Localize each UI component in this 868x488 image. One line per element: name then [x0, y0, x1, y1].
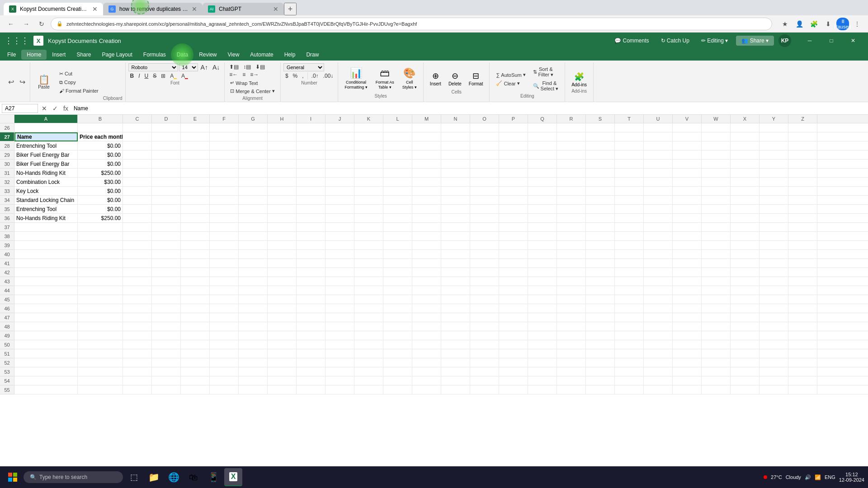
cell-H44[interactable]	[268, 286, 297, 295]
cell-Y46[interactable]	[760, 304, 788, 313]
cell-W49[interactable]	[702, 331, 731, 340]
border-button[interactable]: ⊞	[159, 72, 167, 80]
cell-U32[interactable]	[644, 178, 673, 187]
cell-V39[interactable]	[673, 241, 702, 250]
cell-G47[interactable]	[239, 313, 268, 322]
cell-T35[interactable]	[615, 205, 644, 214]
format-button[interactable]: ⊟ Format	[466, 70, 486, 88]
cell-C40[interactable]	[123, 250, 152, 259]
cell-H30[interactable]	[268, 160, 297, 169]
cell-T28[interactable]	[615, 141, 644, 150]
cell-K38[interactable]	[354, 232, 383, 241]
format-as-table-button[interactable]: 🗃 Format AsTable ▾	[373, 66, 397, 92]
cell-Q36[interactable]	[528, 214, 557, 223]
merge-center-button[interactable]: ⊡ Merge & Center ▾	[227, 87, 278, 95]
cell-U49[interactable]	[644, 331, 673, 340]
cell-V48[interactable]	[673, 322, 702, 331]
cell-R27[interactable]	[557, 132, 586, 141]
cell-V49[interactable]	[673, 331, 702, 340]
cell-J38[interactable]	[326, 232, 354, 241]
cell-V38[interactable]	[673, 232, 702, 241]
cell-B43[interactable]	[78, 277, 123, 286]
cell-M26[interactable]	[412, 123, 441, 132]
cell-M49[interactable]	[412, 331, 441, 340]
cell-N53[interactable]	[441, 367, 470, 376]
cell-A32[interactable]: Combination Lock	[14, 178, 78, 187]
cell-J54[interactable]	[326, 376, 354, 385]
row-number-35[interactable]: 35	[0, 205, 14, 214]
cell-H42[interactable]	[268, 268, 297, 277]
cell-D41[interactable]	[152, 259, 181, 268]
col-header-I[interactable]: I	[297, 115, 326, 123]
cell-A40[interactable]	[14, 250, 78, 259]
cell-C41[interactable]	[123, 259, 152, 268]
cell-T48[interactable]	[615, 322, 644, 331]
cell-G38[interactable]	[239, 232, 268, 241]
cell-N39[interactable]	[441, 241, 470, 250]
cell-N54[interactable]	[441, 376, 470, 385]
cell-R53[interactable]	[557, 367, 586, 376]
cell-K54[interactable]	[354, 376, 383, 385]
cell-L28[interactable]	[383, 141, 412, 150]
cell-R47[interactable]	[557, 313, 586, 322]
cell-O39[interactable]	[470, 241, 499, 250]
cell-T51[interactable]	[615, 349, 644, 358]
cell-P43[interactable]	[499, 277, 528, 286]
underline-button[interactable]: U	[143, 72, 151, 80]
col-header-G[interactable]: G	[239, 115, 268, 123]
menu-page-layout[interactable]: Page Layout	[96, 50, 137, 60]
cell-Z30[interactable]	[788, 160, 817, 169]
cell-U52[interactable]	[644, 358, 673, 367]
cell-Y51[interactable]	[760, 349, 788, 358]
col-header-L[interactable]: L	[383, 115, 412, 123]
extensions-button[interactable]: 🧩	[807, 18, 820, 30]
cell-X46[interactable]	[731, 304, 760, 313]
cell-A55[interactable]	[14, 385, 78, 394]
cell-B54[interactable]	[78, 376, 123, 385]
cell-I46[interactable]	[297, 304, 326, 313]
col-header-S[interactable]: S	[586, 115, 615, 123]
menu-review[interactable]: Review	[193, 50, 222, 60]
cell-E27[interactable]	[181, 132, 210, 141]
cell-J53[interactable]	[326, 367, 354, 376]
cell-S52[interactable]	[586, 358, 615, 367]
cell-S33[interactable]	[586, 187, 615, 196]
cell-O26[interactable]	[470, 123, 499, 132]
cell-Q29[interactable]	[528, 150, 557, 160]
cell-N42[interactable]	[441, 268, 470, 277]
cell-I51[interactable]	[297, 349, 326, 358]
cell-V37[interactable]	[673, 223, 702, 232]
cell-S45[interactable]	[586, 295, 615, 304]
cell-L48[interactable]	[383, 322, 412, 331]
cell-A34[interactable]: Standard Locking Chain	[14, 196, 78, 205]
cell-R54[interactable]	[557, 376, 586, 385]
system-clock[interactable]: 15:12 12-09-2024	[839, 472, 864, 483]
cell-I45[interactable]	[297, 295, 326, 304]
cell-D26[interactable]	[152, 123, 181, 132]
cell-D30[interactable]	[152, 160, 181, 169]
cell-Z27[interactable]	[788, 132, 817, 141]
row-number-30[interactable]: 30	[0, 160, 14, 169]
cell-D36[interactable]	[152, 214, 181, 223]
wrap-text-button[interactable]: ↵ Wrap Text	[227, 79, 260, 87]
cell-P41[interactable]	[499, 259, 528, 268]
cell-M29[interactable]	[412, 150, 441, 160]
cell-A53[interactable]	[14, 367, 78, 376]
tab-close-google[interactable]: ✕	[192, 5, 197, 13]
cell-X37[interactable]	[731, 223, 760, 232]
cell-B42[interactable]	[78, 268, 123, 277]
cell-N55[interactable]	[441, 385, 470, 394]
cell-U29[interactable]	[644, 150, 673, 160]
row-number-26[interactable]: 26	[0, 123, 14, 132]
cell-F34[interactable]	[210, 196, 239, 205]
cell-N35[interactable]	[441, 205, 470, 214]
cell-H31[interactable]	[268, 169, 297, 178]
cell-G55[interactable]	[239, 385, 268, 394]
cell-B39[interactable]	[78, 241, 123, 250]
cell-Z49[interactable]	[788, 331, 817, 340]
cell-D44[interactable]	[152, 286, 181, 295]
cell-A45[interactable]	[14, 295, 78, 304]
cell-Y48[interactable]	[760, 322, 788, 331]
cell-I33[interactable]	[297, 187, 326, 196]
cell-O54[interactable]	[470, 376, 499, 385]
